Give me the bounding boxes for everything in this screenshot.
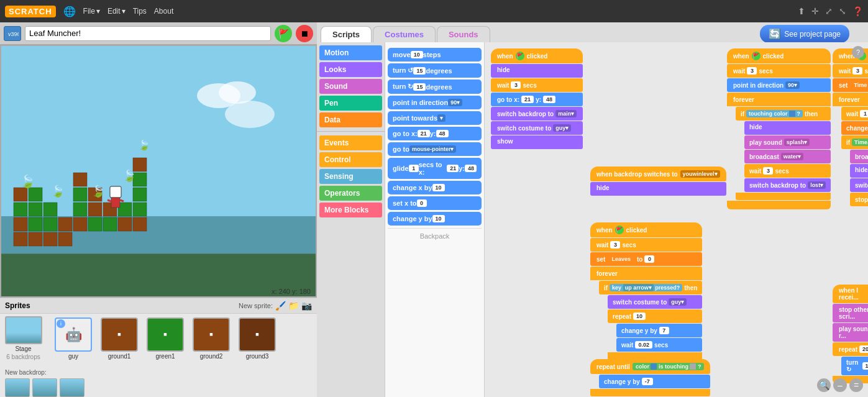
block-repeat-10[interactable]: repeat 10 <box>608 309 702 323</box>
block-when-flag-3[interactable]: when 🚩 clicked <box>590 222 702 237</box>
help-button[interactable]: ? <box>852 46 864 58</box>
zoom-out-button[interactable]: – <box>833 378 847 392</box>
sprite-item[interactable]: i 🤖 guy <box>52 317 95 364</box>
block-wait-5[interactable]: wait 3 secs <box>727 64 831 78</box>
upload-icon[interactable]: ⬆ <box>798 6 805 16</box>
block-hide-6[interactable]: hide <box>850 164 868 178</box>
block-turn-ccw[interactable]: turn ↺ 15 degrees <box>388 63 482 78</box>
block-wait-3[interactable]: wait 3 secs <box>590 238 702 252</box>
block-point-dir-90[interactable]: point in direction 90▾ <box>727 78 831 92</box>
category-pen[interactable]: Pen <box>319 96 382 111</box>
block-hide-5[interactable]: hide <box>744 121 831 135</box>
block-repeat-until[interactable]: repeat until color is touching ? <box>590 359 710 374</box>
category-operators[interactable]: Operators <box>319 186 382 201</box>
block-glide[interactable]: glide 1 secs to x: 21 y: 48 <box>388 158 482 179</box>
block-turn-cw[interactable]: turn ↻ 15 degrees <box>388 80 482 94</box>
block-set-x[interactable]: set x to 0 <box>388 196 482 210</box>
edit-menu[interactable]: Edit▾ <box>107 7 126 16</box>
block-if-key[interactable]: if key up arrow▾ pressed? then <box>599 281 702 294</box>
block-wait-1-sec[interactable]: wait 1 sec <box>841 107 868 121</box>
block-goto-mousepointer[interactable]: go to mouse-pointer▾ <box>388 142 482 156</box>
block-wait-6[interactable]: wait 3 secs <box>833 64 868 78</box>
block-play-sound-splash[interactable]: play sound splash▾ <box>744 135 831 149</box>
block-wait-002[interactable]: wait 0.02 secs <box>616 338 702 352</box>
category-more-blocks[interactable]: More Blocks <box>319 203 382 217</box>
block-when-flag-1[interactable]: when 🚩 clicked <box>491 48 583 63</box>
block-switch-backdrop-main[interactable]: switch backdrop to main▾ <box>491 107 583 121</box>
block-goto-xy-1[interactable]: go to x: 21 y: 48 <box>491 93 583 106</box>
block-change-timerem[interactable]: change Time... <box>841 121 868 135</box>
block-when-receive[interactable]: when I recei... <box>833 285 868 303</box>
block-move[interactable]: move 10 steps <box>388 48 482 62</box>
block-goto-xy[interactable]: go to x: 21 y: 48 <box>388 127 482 140</box>
block-forever-3[interactable]: forever <box>590 267 702 280</box>
tab-costumes[interactable]: Costumes <box>373 26 436 42</box>
tips-menu[interactable]: Tips <box>133 7 147 16</box>
block-play-sound-r[interactable]: play sound r... <box>833 323 868 342</box>
new-sprite-camera-icon[interactable]: 📷 <box>301 301 312 311</box>
sprite-item[interactable]: ▪ ground2 <box>190 317 233 364</box>
block-hide-2[interactable]: hide <box>590 182 726 196</box>
fullscreen-icon[interactable]: ⤢ <box>825 6 833 16</box>
stop-button[interactable]: ⏹ <box>296 25 313 42</box>
new-sprite-paint-icon[interactable]: 🖌️ <box>275 301 286 311</box>
category-control[interactable]: Control <box>319 152 382 167</box>
block-change-x[interactable]: change x by 10 <box>388 181 482 194</box>
zoom-icon[interactable]: ⤡ <box>839 6 846 16</box>
block-stop-other[interactable]: stop other scri... <box>833 304 868 322</box>
cursor-icon[interactable]: ✛ <box>811 6 819 16</box>
category-looks[interactable]: Looks <box>319 62 382 77</box>
block-when-flag-5[interactable]: when 🚩 clicked <box>727 48 831 63</box>
backdrop-thumb[interactable] <box>60 378 85 397</box>
see-project-button[interactable]: 🔄 See project page <box>760 25 849 43</box>
block-point-direction[interactable]: point in direction 90▾ <box>388 96 482 109</box>
sprite-item[interactable]: ▪ ground3 <box>235 317 279 364</box>
block-switch-costume-inner[interactable]: switch costume to guy▾ <box>608 295 702 309</box>
new-sprite-upload-icon[interactable]: 📁 <box>288 301 299 311</box>
block-forever-6[interactable]: forever <box>833 93 868 106</box>
category-sound[interactable]: Sound <box>319 79 382 94</box>
backdrop-thumb[interactable] <box>32 378 57 397</box>
block-change-y[interactable]: change y by 10 <box>388 212 482 226</box>
help-icon[interactable]: ❓ <box>852 6 863 16</box>
tab-sounds[interactable]: Sounds <box>437 26 490 42</box>
category-motion[interactable]: Motion <box>319 45 382 60</box>
block-switch-bc-6[interactable]: switch b... <box>850 178 868 192</box>
block-point-towards[interactable]: point towards ▾ <box>388 111 482 125</box>
block-switch-backdrop-lost[interactable]: switch backdrop to lost▾ <box>744 178 831 192</box>
sprite-icon-btn[interactable]: v396 <box>4 26 21 41</box>
category-events[interactable]: Events <box>319 135 382 150</box>
category-sensing[interactable]: Sensing <box>319 169 382 184</box>
block-forever-5[interactable]: forever <box>727 93 831 106</box>
block-change-y-7[interactable]: change y by 7 <box>616 324 702 337</box>
block-hide[interactable]: hide <box>491 64 583 78</box>
block-set-leaves[interactable]: set Leaves to 0 <box>590 252 702 266</box>
block-if-time[interactable]: if Time... <box>841 135 868 149</box>
info-badge[interactable]: i <box>57 319 65 328</box>
block-repeat-20[interactable]: repeat 20 <box>833 342 868 356</box>
zoom-in-button[interactable]: 🔍 <box>817 378 831 392</box>
project-name-input[interactable] <box>25 26 271 41</box>
block-change-y-neg7[interactable]: change y by -7 <box>599 375 710 388</box>
category-data[interactable]: Data <box>319 112 382 127</box>
globe-icon[interactable]: 🌐 <box>63 6 76 17</box>
block-wait-5b[interactable]: wait 3 secs <box>744 164 831 178</box>
block-broadcast-water[interactable]: broadcast water▾ <box>744 150 831 163</box>
green-flag-button[interactable]: 🚩 <box>275 25 292 42</box>
stage-item[interactable]: Stage 6 backdrops <box>0 314 47 368</box>
block-broadcast-6[interactable]: broadcast... <box>850 150 868 163</box>
block-wait-1[interactable]: wait 3 secs <box>491 78 583 92</box>
block-switch-costume-guy[interactable]: switch costume to guy▾ <box>491 121 583 135</box>
tab-scripts[interactable]: Scripts <box>321 26 372 42</box>
scripts-canvas[interactable]: when 🚩 clicked hide wait 3 secs go to x:… <box>485 42 868 397</box>
sprite-item[interactable]: ▪ green1 <box>144 317 187 364</box>
backdrop-thumb[interactable] <box>5 378 30 397</box>
block-backdrop-switches[interactable]: when backdrop switches to youwinlevel▾ <box>590 167 726 181</box>
block-set-timerem[interactable]: set Time Rem... <box>833 78 868 92</box>
block-show[interactable]: show <box>491 135 583 149</box>
zoom-reset-button[interactable]: = <box>849 378 863 392</box>
about-menu[interactable]: About <box>154 7 173 16</box>
block-turn-cw-7[interactable]: turn ↻ 10 <box>841 357 868 375</box>
scratch-logo[interactable]: SCRATCH <box>5 6 56 17</box>
file-menu[interactable]: File▾ <box>83 7 100 16</box>
